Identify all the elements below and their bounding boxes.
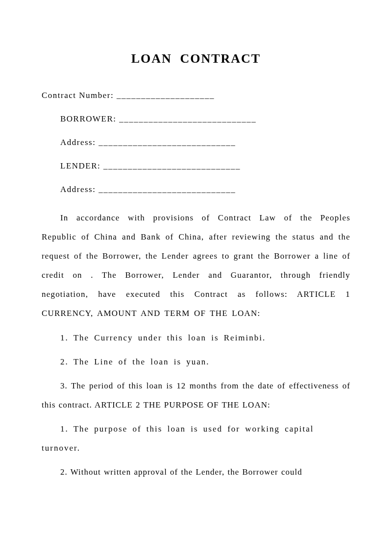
- article2-item1: 1. The purpose of this loan is used for …: [42, 419, 350, 458]
- article2-item2: 2. Without written approval of the Lende…: [42, 462, 350, 482]
- article1-item3: 3. The period of this loan is 12 months …: [42, 376, 350, 414]
- contract-number-line: Contract Number: ____________________: [42, 91, 350, 100]
- borrower-address-line: Address: ____________________________: [42, 138, 350, 147]
- intro-paragraph: In accordance with provisions of Contrac…: [42, 208, 350, 323]
- borrower-line: BORROWER: ____________________________: [42, 114, 350, 124]
- lender-address-line: Address: ____________________________: [42, 185, 350, 194]
- article1-item1: 1. The Currency under this loan is Reimi…: [42, 328, 350, 347]
- article1-item2: 2. The Line of the loan is yuan.: [42, 352, 350, 371]
- lender-line: LENDER: ____________________________: [42, 161, 350, 171]
- document-title: LOAN CONTRACT: [42, 51, 350, 66]
